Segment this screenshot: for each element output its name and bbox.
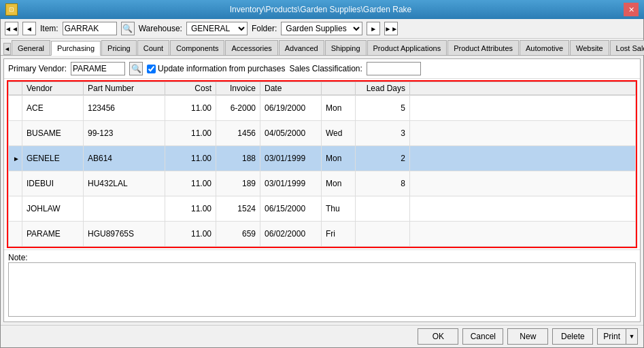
ok-button[interactable]: OK bbox=[418, 328, 458, 345]
row-part-number: AB614 bbox=[84, 146, 165, 171]
row-day: Mon bbox=[322, 96, 356, 121]
row-vendor: JOHLAW bbox=[22, 196, 84, 222]
row-cost: 11.00 bbox=[165, 171, 216, 196]
warehouse-select[interactable]: GENERAL bbox=[186, 22, 248, 35]
tab-purchasing[interactable]: Purchasing bbox=[51, 41, 101, 56]
tab-count[interactable]: Count bbox=[137, 40, 169, 55]
row-invoice: 6-2000 bbox=[216, 96, 260, 121]
note-label: Note: bbox=[8, 253, 28, 262]
row-extra bbox=[410, 171, 636, 196]
row-lead-days bbox=[356, 196, 410, 222]
close-button[interactable]: ✕ bbox=[624, 3, 639, 16]
row-arrow bbox=[9, 222, 22, 247]
nav-last-button[interactable]: ►► bbox=[384, 22, 398, 35]
row-lead-days: 2 bbox=[356, 146, 410, 171]
row-day: Fri bbox=[322, 222, 356, 247]
col-vendor: Vendor bbox=[22, 82, 84, 95]
row-lead-days: 5 bbox=[356, 96, 410, 121]
footer-buttons: OK Cancel New Delete Print ▼ bbox=[1, 325, 643, 347]
row-date: 06/02/2000 bbox=[260, 222, 322, 247]
warehouse-label: Warehouse: bbox=[139, 24, 182, 33]
table-row[interactable]: ► GENELE AB614 11.00 188 03/01/1999 Mon … bbox=[9, 146, 636, 171]
nav-first-button[interactable]: ◄◄ bbox=[5, 22, 18, 35]
tab-general[interactable]: General bbox=[12, 40, 50, 55]
sales-classification-label: Sales Classification: bbox=[289, 64, 362, 73]
print-dropdown-arrow[interactable]: ▼ bbox=[626, 329, 637, 344]
item-search-button[interactable]: 🔍 bbox=[121, 22, 135, 35]
row-extra bbox=[410, 121, 636, 146]
tab-website[interactable]: Website bbox=[570, 40, 609, 55]
row-vendor: IDEBUI bbox=[22, 171, 84, 196]
row-extra bbox=[410, 146, 636, 171]
vendor-table-header: Vendor Part Number Cost Invoice Date Lea… bbox=[8, 82, 636, 95]
update-checkbox-label[interactable]: Update information from purchases bbox=[147, 64, 285, 73]
tab-automotive[interactable]: Automotive bbox=[520, 40, 569, 55]
primary-vendor-label: Primary Vendor: bbox=[8, 64, 67, 73]
col-lead-days: Lead Days bbox=[356, 82, 410, 95]
update-checkbox[interactable] bbox=[147, 65, 156, 73]
row-date: 03/01/1999 bbox=[260, 146, 322, 171]
row-cost: 11.00 bbox=[165, 121, 216, 146]
print-button-main[interactable]: Print bbox=[598, 329, 626, 344]
folder-label: Folder: bbox=[252, 24, 277, 33]
row-lead-days bbox=[356, 222, 410, 247]
row-cost: 11.00 bbox=[165, 96, 216, 121]
item-input[interactable] bbox=[63, 22, 117, 35]
tab-shipping[interactable]: Shipping bbox=[325, 40, 367, 55]
note-textarea[interactable] bbox=[8, 262, 636, 317]
nav-prev-button[interactable]: ◄ bbox=[22, 22, 36, 35]
print-split-button[interactable]: Print ▼ bbox=[597, 328, 638, 345]
sales-classification-input[interactable] bbox=[367, 62, 421, 75]
tab-product-attributes[interactable]: Product Attributes bbox=[447, 40, 519, 55]
new-button[interactable]: New bbox=[507, 328, 548, 345]
row-day: Mon bbox=[322, 146, 356, 171]
col-day bbox=[322, 82, 356, 95]
cancel-button[interactable]: Cancel bbox=[462, 328, 503, 345]
window-body: ◄◄ ◄ Item: 🔍 Warehouse: GENERAL Folder: … bbox=[0, 19, 644, 348]
row-extra bbox=[410, 96, 636, 121]
row-arrow bbox=[9, 121, 22, 146]
tab-advanced[interactable]: Advanced bbox=[279, 40, 324, 55]
row-cost: 11.00 bbox=[165, 146, 216, 171]
row-vendor: BUSAME bbox=[22, 121, 84, 146]
row-date: 04/05/2000 bbox=[260, 121, 322, 146]
row-day: Mon bbox=[322, 171, 356, 196]
table-row[interactable]: JOHLAW 11.00 1524 06/15/2000 Thu bbox=[9, 196, 636, 222]
row-extra bbox=[410, 196, 636, 222]
tab-components[interactable]: Components bbox=[170, 40, 224, 55]
app-icon: ⊡ bbox=[5, 3, 18, 16]
vendor-search-button[interactable]: 🔍 bbox=[129, 62, 143, 75]
row-cost: 11.00 bbox=[165, 222, 216, 247]
content-area: Primary Vendor: 🔍 Update information fro… bbox=[3, 58, 641, 322]
col-arrow bbox=[9, 82, 22, 95]
update-label: Update information from purchases bbox=[158, 64, 285, 73]
table-row[interactable]: PARAME HGU89765S 11.00 659 06/02/2000 Fr… bbox=[9, 222, 636, 247]
col-extra bbox=[410, 82, 636, 95]
tab-lost-sale-return[interactable]: Lost Sale/Return bbox=[610, 40, 644, 55]
row-extra bbox=[410, 222, 636, 247]
tab-pricing[interactable]: Pricing bbox=[101, 40, 137, 55]
row-vendor: PARAME bbox=[22, 222, 84, 247]
row-part-number: 123456 bbox=[84, 96, 165, 121]
col-invoice: Invoice bbox=[216, 82, 260, 95]
tab-product-applications[interactable]: Product Applications bbox=[367, 40, 447, 55]
table-body-scroll[interactable]: ACE 123456 11.00 6-2000 06/19/2000 Mon 5… bbox=[8, 95, 636, 247]
table-row[interactable]: BUSAME 99-123 11.00 1456 04/05/2000 Wed … bbox=[9, 121, 636, 146]
table-row[interactable]: IDEBUI HU432LAL 11.00 189 03/01/1999 Mon… bbox=[9, 171, 636, 196]
row-date: 03/01/1999 bbox=[260, 171, 322, 196]
vendor-table: ACE 123456 11.00 6-2000 06/19/2000 Mon 5… bbox=[8, 95, 636, 247]
row-part-number: 99-123 bbox=[84, 121, 165, 146]
row-part-number: HGU89765S bbox=[84, 222, 165, 247]
table-row[interactable]: ACE 123456 11.00 6-2000 06/19/2000 Mon 5 bbox=[9, 96, 636, 121]
row-date: 06/19/2000 bbox=[260, 96, 322, 121]
title-bar: ⊡ Inventory\Products\Garden Supplies\Gar… bbox=[0, 0, 644, 19]
row-date: 06/15/2000 bbox=[260, 196, 322, 222]
delete-button[interactable]: Delete bbox=[552, 328, 593, 345]
tab-accessories[interactable]: Accessories bbox=[225, 40, 277, 55]
nav-next-button[interactable]: ► bbox=[367, 22, 380, 35]
row-invoice: 188 bbox=[216, 146, 260, 171]
primary-vendor-input[interactable] bbox=[71, 62, 125, 75]
folder-select[interactable]: Garden Supplies bbox=[281, 22, 362, 35]
tab-nav-left[interactable]: ◄ bbox=[3, 43, 11, 55]
row-day: Thu bbox=[322, 196, 356, 222]
